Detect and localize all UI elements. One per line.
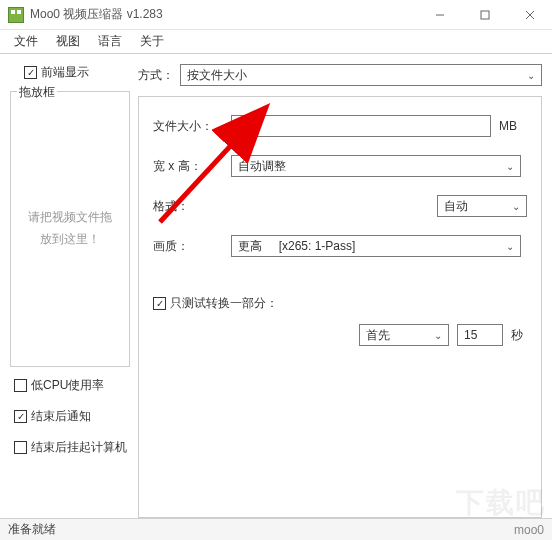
notify-done-checkbox[interactable]: ✓ (14, 410, 27, 423)
menu-file[interactable]: 文件 (6, 31, 46, 52)
chevron-down-icon: ⌄ (434, 330, 442, 341)
quality-value: 更高 [x265: 1-Pass] (238, 238, 355, 255)
chevron-down-icon: ⌄ (512, 201, 520, 212)
seconds-unit: 秒 (511, 327, 523, 344)
app-icon (8, 7, 24, 23)
wh-row: 宽 x 高： 自动调整 ⌄ (153, 155, 527, 177)
left-bottom-options: 低CPU使用率 ✓ 结束后通知 结束后挂起计算机 (10, 377, 130, 462)
suspend-done-label: 结束后挂起计算机 (31, 439, 127, 456)
filesize-row: 文件大小： 100 MB (153, 115, 527, 137)
format-row: 格式： 自动 ⌄ (153, 195, 527, 217)
mode-label: 方式： (138, 67, 174, 84)
first-value: 首先 (366, 327, 390, 344)
window-title: Moo0 视频压缩器 v1.283 (30, 6, 163, 23)
wh-select[interactable]: 自动调整 ⌄ (231, 155, 521, 177)
menu-language[interactable]: 语言 (90, 31, 130, 52)
front-display-checkbox-row[interactable]: ✓ 前端显示 (10, 64, 130, 81)
titlebar: Moo0 视频压缩器 v1.283 (0, 0, 552, 30)
seconds-value: 15 (464, 328, 477, 342)
front-display-label: 前端显示 (41, 64, 89, 81)
right-column: 方式： 按文件大小 ⌄ 文件大小： 100 MB 宽 x 高： 自动调整 ⌄ (138, 64, 542, 518)
status-text: 准备就绪 (8, 521, 56, 538)
only-test-row[interactable]: ✓ 只测试转换一部分： (153, 295, 527, 312)
dropzone-text: 请把视频文件拖 放到这里！ (28, 207, 112, 250)
test-area: ✓ 只测试转换一部分： 首先 ⌄ 15 秒 (153, 295, 527, 346)
menubar: 文件 视图 语言 关于 (0, 30, 552, 54)
svg-rect-1 (481, 11, 489, 19)
notify-done-row[interactable]: ✓ 结束后通知 (14, 408, 130, 425)
minimize-button[interactable] (417, 0, 462, 30)
quality-label: 画质： (153, 238, 223, 255)
quality-select[interactable]: 更高 [x265: 1-Pass] ⌄ (231, 235, 521, 257)
filesize-value: 100 (238, 119, 260, 134)
only-test-checkbox[interactable]: ✓ (153, 297, 166, 310)
filesize-label: 文件大小： (153, 118, 223, 135)
wh-value: 自动调整 (238, 158, 286, 175)
maximize-button[interactable] (462, 0, 507, 30)
chevron-down-icon: ⌄ (506, 241, 514, 252)
chevron-down-icon: ⌄ (527, 70, 535, 81)
statusbar: 准备就绪 moo0 (0, 518, 552, 540)
format-select[interactable]: 自动 ⌄ (437, 195, 527, 217)
wh-label: 宽 x 高： (153, 158, 223, 175)
settings-group: 文件大小： 100 MB 宽 x 高： 自动调整 ⌄ 格式： 自动 ⌄ (138, 96, 542, 518)
suspend-done-row[interactable]: 结束后挂起计算机 (14, 439, 130, 456)
menu-view[interactable]: 视图 (48, 31, 88, 52)
mode-value: 按文件大小 (187, 67, 247, 84)
left-column: ✓ 前端显示 拖放框 请把视频文件拖 放到这里！ 低CPU使用率 ✓ 结束后通知… (10, 64, 130, 518)
chevron-down-icon: ⌄ (506, 161, 514, 172)
window-controls (417, 0, 552, 30)
format-value: 自动 (444, 198, 468, 215)
dropzone-fieldset: 拖放框 请把视频文件拖 放到这里！ (10, 91, 130, 367)
format-label: 格式： (153, 198, 223, 215)
mode-row: 方式： 按文件大小 ⌄ (138, 64, 542, 86)
menu-about[interactable]: 关于 (132, 31, 172, 52)
filesize-input[interactable]: 100 (231, 115, 491, 137)
dropzone-title: 拖放框 (17, 84, 57, 101)
suspend-done-checkbox[interactable] (14, 441, 27, 454)
dropzone[interactable]: 请把视频文件拖 放到这里！ (17, 100, 123, 358)
front-display-checkbox[interactable]: ✓ (24, 66, 37, 79)
first-select[interactable]: 首先 ⌄ (359, 324, 449, 346)
quality-row: 画质： 更高 [x265: 1-Pass] ⌄ (153, 235, 527, 257)
status-brand: moo0 (514, 523, 544, 537)
mode-select[interactable]: 按文件大小 ⌄ (180, 64, 542, 86)
low-cpu-row[interactable]: 低CPU使用率 (14, 377, 130, 394)
low-cpu-label: 低CPU使用率 (31, 377, 104, 394)
seconds-input[interactable]: 15 (457, 324, 503, 346)
filesize-unit: MB (499, 119, 527, 133)
only-test-label: 只测试转换一部分： (170, 295, 278, 312)
content-area: ✓ 前端显示 拖放框 请把视频文件拖 放到这里！ 低CPU使用率 ✓ 结束后通知… (0, 54, 552, 518)
notify-done-label: 结束后通知 (31, 408, 91, 425)
close-button[interactable] (507, 0, 552, 30)
low-cpu-checkbox[interactable] (14, 379, 27, 392)
test-controls: 首先 ⌄ 15 秒 (153, 324, 527, 346)
